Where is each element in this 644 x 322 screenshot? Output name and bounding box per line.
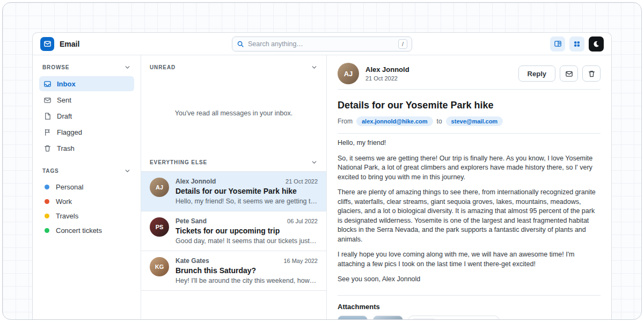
envelope-icon [565, 70, 573, 78]
detail-subject: Details for our Yosemite Park hike [338, 100, 601, 111]
main-columns: BROWSE Inbox Sent Draft Flagged [33, 55, 611, 320]
flag-icon [43, 128, 52, 136]
unread-empty-message: You've read all messages in your inbox. [141, 76, 326, 150]
tag-color-dot [45, 199, 49, 204]
detail-actions: Reply [518, 65, 601, 82]
email-list-item-body: Pete Sand 06 Jul 2022 Tickets for our up… [175, 217, 318, 245]
email-snippet: Hello, my friend! So, it seems we are ge… [175, 197, 318, 205]
email-date: 06 Jul 2022 [287, 218, 318, 224]
to-label: to [437, 118, 442, 125]
detail-sender-block: Alex Jonnold 21 Oct 2022 [365, 65, 409, 82]
trash-icon [43, 144, 52, 152]
chevron-down-icon [311, 159, 318, 166]
divider [338, 295, 601, 296]
reply-button[interactable]: Reply [518, 65, 555, 82]
tag-item-personal[interactable]: Personal [39, 180, 134, 194]
message-paragraph: So, it seems we are getting there! Our t… [338, 154, 601, 182]
tag-color-dot [45, 228, 49, 233]
to-email-chip[interactable]: steve@mail.com [446, 116, 503, 126]
tag-label: Travels [56, 212, 78, 220]
search-input[interactable] [248, 40, 394, 48]
attachment-image-thumbnail[interactable] [373, 316, 403, 320]
email-sender: Alex Jonnold [175, 178, 216, 185]
email-list-item[interactable]: AJ Alex Jonnold 21 Oct 2022 Details for … [141, 172, 326, 211]
app-title: Email [60, 40, 79, 48]
divider [338, 133, 601, 134]
avatar: PS [150, 217, 169, 237]
topbar-actions [550, 36, 604, 52]
tags-section: TAGS Personal Work Travels [39, 166, 134, 238]
apps-grid-button[interactable] [569, 36, 584, 52]
sidebar-item-draft[interactable]: Draft [39, 108, 134, 123]
email-list-item[interactable]: KG Kate Gates 16 May 2022 Brunch this Sa… [141, 251, 326, 291]
email-subject: Brunch this Saturday? [175, 266, 318, 275]
tag-item-concert-tickets[interactable]: Concert tickets [39, 223, 134, 238]
sidebar: BROWSE Inbox Sent Draft Flagged [33, 55, 141, 320]
everything-else-section-header[interactable]: EVERYTHING ELSE [141, 150, 326, 171]
email-subject: Tickets for our upcoming trip [175, 226, 318, 235]
trash-icon [588, 70, 596, 78]
email-sender: Pete Sand [175, 217, 207, 225]
message-paragraph: I really hope you love coming along with… [338, 250, 601, 269]
sidebar-item-trash[interactable]: Trash [39, 141, 134, 156]
search-shortcut-badge: / [398, 39, 407, 49]
email-list-column: UNREAD You've read all messages in your … [141, 55, 327, 320]
tags-section-header[interactable]: TAGS [39, 166, 134, 175]
email-logo-icon [40, 37, 54, 51]
topbar: Email / [33, 33, 611, 55]
email-snippet: Good day, mate! It seems that our ticket… [175, 237, 318, 245]
sidebar-item-sent[interactable]: Sent [39, 92, 134, 107]
unread-section-header[interactable]: UNREAD [141, 55, 326, 76]
attachment-image-thumbnail[interactable] [338, 316, 368, 320]
tag-color-dot [45, 185, 49, 189]
avatar: KG [150, 257, 169, 276]
reader-layout-toggle-button[interactable] [550, 36, 565, 52]
message-body: Hello, my friend! So, it seems we are ge… [338, 138, 601, 290]
sidebar-item-inbox[interactable]: Inbox [39, 76, 134, 91]
tag-label: Work [56, 197, 72, 206]
search-box: / [232, 36, 412, 52]
sidebar-item-label: Draft [57, 112, 72, 120]
unread-section-label: UNREAD [150, 64, 175, 70]
message-paragraph: See you soon, Alex Jonnold [338, 275, 601, 284]
tag-label: Personal [56, 183, 83, 191]
email-sender: Kate Gates [175, 257, 209, 265]
attachments-label: Attachments [338, 303, 601, 311]
email-detail-pane: AJ Alex Jonnold 21 Oct 2022 Reply [327, 55, 611, 320]
avatar: AJ [338, 63, 359, 84]
inbox-icon [43, 80, 52, 88]
email-list-item-body: Kate Gates 16 May 2022 Brunch this Satur… [175, 257, 318, 284]
tag-label: Concert tickets [56, 226, 102, 235]
email-date: 21 Oct 2022 [286, 178, 318, 185]
tag-item-travels[interactable]: Travels [39, 209, 134, 223]
email-list-item-body: Alex Jonnold 21 Oct 2022 Details for our… [175, 178, 318, 205]
forward-email-button[interactable] [560, 65, 578, 82]
attachments-row: videos-hike.zip 100 MB [338, 316, 601, 320]
chevron-down-icon [311, 64, 318, 71]
attachment-file-card[interactable]: videos-hike.zip 100 MB [408, 316, 499, 320]
sidebar-item-label: Flagged [57, 128, 82, 136]
email-app-window: Email / [32, 32, 612, 320]
email-subject: Details for our Yosemite Park hike [175, 187, 318, 195]
tags-section-label: TAGS [42, 168, 59, 174]
message-paragraph: Hello, my friend! [338, 138, 601, 148]
tag-color-dot [45, 214, 49, 218]
message-paragraph: There are plenty of amazing things to se… [338, 188, 601, 244]
sidebar-item-flagged[interactable]: Flagged [39, 125, 134, 140]
sent-icon [43, 96, 52, 104]
delete-email-button[interactable] [582, 65, 601, 82]
detail-date: 21 Oct 2022 [365, 75, 409, 82]
everything-else-section-label: EVERYTHING ELSE [150, 159, 207, 165]
email-list-item[interactable]: PS Pete Sand 06 Jul 2022 Tickets for our… [141, 211, 326, 251]
tag-item-work[interactable]: Work [39, 194, 134, 209]
from-email-chip[interactable]: alex.jonnold@hike.com [356, 116, 433, 126]
divider [338, 89, 601, 90]
email-date: 16 May 2022 [283, 258, 318, 264]
draft-icon [43, 112, 52, 120]
desktop-background: Email / [2, 2, 642, 320]
dark-mode-toggle-button[interactable] [589, 36, 604, 52]
avatar: AJ [150, 178, 169, 197]
chevron-down-icon [124, 167, 131, 174]
browse-section-label: BROWSE [42, 64, 69, 70]
browse-section-header[interactable]: BROWSE [39, 63, 134, 72]
